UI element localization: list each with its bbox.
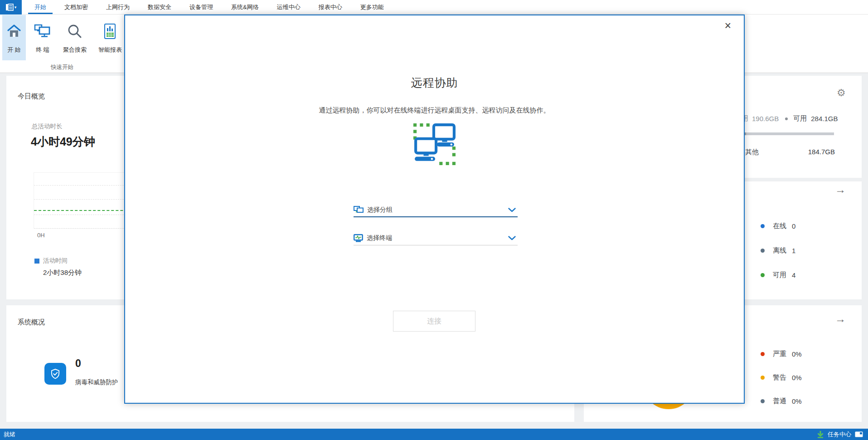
- remote-assistance-dialog: × 远程协助 通过远程协助，你可以对在线终端进行远程桌面支持、远程访问及在线协作…: [124, 15, 745, 404]
- ribbon-button-terminal[interactable]: 终 端: [30, 15, 55, 60]
- storage-other-value: 184.7GB: [808, 148, 835, 156]
- menu-item-system-network[interactable]: 系统&网络: [222, 0, 268, 14]
- menu-bar: ▾ 开始 文档加密 上网行为 数据安全 设备管理 系统&网络 运维中心 报表中心…: [0, 0, 868, 15]
- virus-threat-label: 病毒和威胁防护: [75, 378, 118, 386]
- stat-value: 4: [792, 271, 795, 279]
- stat-label: 警告: [773, 373, 786, 382]
- ribbon-button-aggregate-search[interactable]: 聚合搜索: [59, 15, 90, 60]
- terminal-pulse-icon: [354, 234, 363, 242]
- ribbon-button-label: 聚合搜索: [63, 46, 87, 54]
- terminal-monitors-icon: [34, 20, 51, 43]
- stat-value: 0%: [792, 350, 802, 358]
- status-bar: 就绪 任务中心: [0, 429, 868, 440]
- storage-available-value: 284.1GB: [811, 115, 838, 122]
- stat-value: 0%: [792, 397, 802, 405]
- ribbon-button-label: 开 始: [7, 46, 21, 54]
- menu-item-doc-encrypt[interactable]: 文档加密: [55, 0, 97, 14]
- total-activity-value: 4小时49分钟: [31, 134, 95, 149]
- storage-other-row: 其他 184.7GB: [745, 148, 835, 156]
- status-dot: [761, 352, 765, 356]
- shield-check-icon: [48, 367, 62, 381]
- app-menu-button[interactable]: ▾: [0, 0, 22, 15]
- ribbon-button-label: 终 端: [36, 46, 49, 54]
- connect-button[interactable]: 连接: [393, 311, 475, 332]
- stat-row-available: 可用 4: [761, 271, 795, 279]
- terminal-select-dropdown[interactable]: 选择终端: [354, 231, 518, 245]
- ribbon-button-start[interactable]: 开 始: [2, 15, 26, 60]
- legend-label: 活动时间: [43, 257, 68, 265]
- storage-available-label: 可用: [793, 114, 807, 123]
- app-menu-caret-icon: ▾: [15, 5, 17, 10]
- separator-dot-icon: [785, 117, 788, 120]
- menu-item-web-behavior[interactable]: 上网行为: [97, 0, 139, 14]
- stat-value: 0%: [792, 374, 802, 381]
- download-arrow-icon: [817, 430, 824, 438]
- storage-used-value: 190.6GB: [752, 115, 779, 122]
- stat-value: 0: [792, 222, 795, 230]
- stat-row-online: 在线 0: [761, 222, 795, 230]
- main-menu: 开始 文档加密 上网行为 数据安全 设备管理 系统&网络 运维中心 报表中心 更…: [25, 0, 393, 14]
- stat-label: 离线: [773, 246, 786, 255]
- ribbon-button-smart-report[interactable]: 智能报表: [95, 15, 126, 60]
- status-dot: [761, 249, 765, 253]
- home-icon: [6, 20, 22, 43]
- stat-value: 1: [792, 247, 795, 254]
- alarm-stats-arrow-icon[interactable]: →: [835, 313, 846, 324]
- menu-item-report-center[interactable]: 报表中心: [310, 0, 351, 14]
- status-dot: [761, 376, 765, 380]
- report-document-icon: [103, 20, 117, 43]
- card-title: 系统概况: [18, 318, 45, 327]
- menu-item-more[interactable]: 更多功能: [351, 0, 393, 14]
- terminal-select-placeholder: 选择终端: [367, 234, 392, 242]
- stat-row-critical: 严重 0%: [761, 350, 802, 358]
- menu-item-ops-center[interactable]: 运维中心: [268, 0, 310, 14]
- stat-row-offline: 离线 1: [761, 246, 795, 255]
- status-dot: [761, 224, 765, 228]
- close-icon[interactable]: ×: [724, 20, 731, 31]
- menu-item-data-security[interactable]: 数据安全: [139, 0, 180, 14]
- ribbon-button-label: 智能报表: [98, 46, 122, 54]
- ribbon-group-label: 快速开始: [0, 64, 124, 71]
- storage-summary-row: 用 190.6GB 可用 284.1GB: [742, 114, 838, 123]
- status-dot: [761, 273, 765, 277]
- virus-protection-tile[interactable]: [44, 363, 66, 385]
- total-activity-label: 总活动时长: [32, 122, 63, 131]
- stat-label: 严重: [773, 350, 786, 358]
- stat-row-normal: 普通 0%: [761, 397, 802, 406]
- dialog-description: 通过远程协助，你可以对在线终端进行远程桌面支持、远程访问及在线协作。: [125, 106, 744, 115]
- group-monitors-icon: [354, 206, 364, 214]
- storage-other-label: 其他: [745, 148, 759, 156]
- dialog-title: 远程协助: [125, 75, 744, 90]
- chevron-down-icon: [508, 236, 516, 240]
- stat-label: 普通: [773, 397, 786, 406]
- chart-axis-label: 0H: [37, 232, 45, 239]
- monitor-status-icon[interactable]: [855, 431, 863, 438]
- stat-label: 可用: [773, 271, 786, 279]
- gear-icon[interactable]: ⚙: [837, 88, 846, 98]
- app-logo-icon: [5, 4, 14, 11]
- status-dot: [761, 399, 765, 403]
- application-window: ▾ 开始 文档加密 上网行为 数据安全 设备管理 系统&网络 运维中心 报表中心…: [0, 0, 868, 440]
- chevron-down-icon: [508, 208, 516, 212]
- stat-row-warning: 警告 0%: [761, 373, 802, 382]
- status-ready-text: 就绪: [0, 430, 15, 439]
- terminal-stats-arrow-icon[interactable]: →: [835, 184, 846, 195]
- legend-value: 2小时38分钟: [43, 269, 82, 277]
- stat-label: 在线: [773, 222, 786, 230]
- group-select-placeholder: 选择分组: [367, 206, 393, 214]
- menu-item-device-mgmt[interactable]: 设备管理: [180, 0, 222, 14]
- legend-swatch: [34, 259, 39, 264]
- virus-threat-count: 0: [75, 357, 81, 370]
- card-title: 今日概览: [18, 92, 45, 101]
- search-icon: [67, 20, 82, 43]
- remote-desktop-icon: [413, 123, 456, 168]
- menu-item-start[interactable]: 开始: [25, 0, 55, 14]
- task-center-link[interactable]: 任务中心: [828, 430, 851, 439]
- group-select-dropdown[interactable]: 选择分组: [354, 203, 518, 217]
